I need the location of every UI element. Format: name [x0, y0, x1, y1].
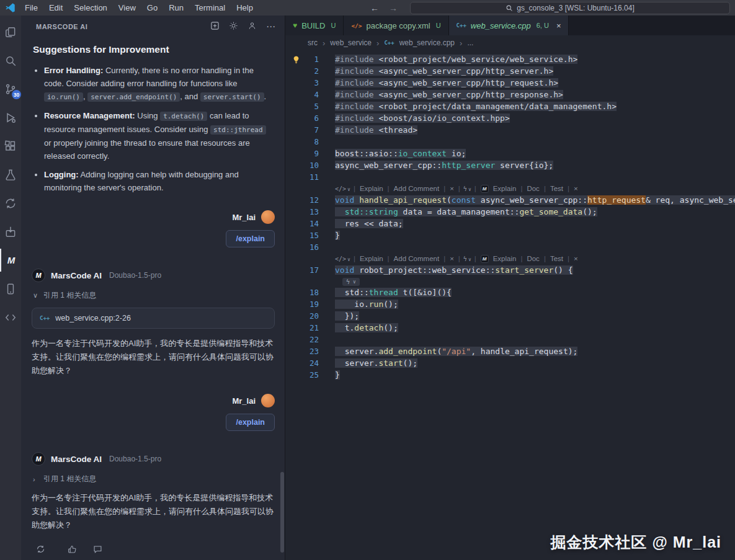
device-icon[interactable] [0, 277, 21, 300]
editor-group: ♥ BUILD U </> package copy.xml U C++ web… [285, 16, 735, 560]
menu-terminal[interactable]: Terminal [189, 2, 231, 14]
breadcrumb-web-service[interactable]: web_service [330, 38, 372, 47]
code-line[interactable]: 18 std::thread t([&io](){ [285, 287, 735, 298]
code-line[interactable]: 10async_web_server_cpp::http_server serv… [285, 159, 735, 171]
assistant-name: MarsCode AI [51, 271, 102, 280]
code-line[interactable]: 1#include <robot_project/web_service/web… [285, 53, 735, 65]
code-line[interactable]: 4#include <async_web_server_cpp/http_res… [285, 89, 735, 100]
code-actions-icon[interactable]: </>∨ [335, 256, 350, 262]
run-debug-icon[interactable] [0, 106, 21, 129]
reference-toggle[interactable]: ∨ 引用 1 相关信息 [33, 290, 275, 301]
cpp-file-icon: C++ [457, 22, 466, 29]
marscode-icon[interactable]: M [0, 249, 21, 272]
source-control-icon[interactable]: 30 [0, 78, 21, 100]
explain-command-chip[interactable]: /explain [226, 230, 275, 247]
search-icon[interactable] [0, 49, 21, 72]
command-search-box[interactable]: gs_console_3 [WSL: Ubuntu-16.04] [410, 2, 730, 14]
codelens-close-icon[interactable]: × [450, 185, 454, 192]
codelens-explain[interactable]: Explain [360, 255, 383, 262]
codelens-explain[interactable]: Explain [360, 185, 383, 192]
breadcrumb-file[interactable]: web_service.cpp [399, 38, 455, 47]
code-line[interactable]: 25} [285, 369, 735, 381]
codelens-test[interactable]: Test [550, 255, 563, 262]
code-line[interactable]: 16 [285, 241, 735, 253]
testing-icon[interactable] [0, 163, 21, 186]
settings-gear-icon[interactable] [229, 21, 238, 33]
ai-lightning-icon[interactable]: ϟ∨ [463, 256, 471, 262]
menu-selection[interactable]: Selection [68, 2, 112, 14]
code-line[interactable]: 19 io.run(); [285, 298, 735, 310]
codelens-add-comment[interactable]: Add Comment [394, 255, 440, 262]
codelens-doc[interactable]: Doc [527, 255, 539, 262]
code-line[interactable]: 6#include <boost/asio/io_context.hpp> [285, 112, 735, 124]
tab-build[interactable]: ♥ BUILD U [285, 16, 344, 35]
code-line[interactable]: 22 [285, 334, 735, 345]
codelens-explain[interactable]: Explain [493, 185, 517, 192]
codelens-doc[interactable]: Doc [527, 185, 539, 192]
codelens-test[interactable]: Test [550, 185, 563, 192]
sync-icon[interactable] [0, 192, 21, 215]
code-line[interactable]: 17void robot_project::web_service::start… [285, 264, 735, 276]
menu-go[interactable]: Go [141, 2, 163, 14]
git-status-badge: U [331, 22, 336, 29]
new-chat-icon[interactable] [210, 21, 220, 33]
tab-web-service-cpp[interactable]: C++ web_service.cpp 6, U × [449, 16, 569, 35]
code-line[interactable]: 7#include <thread> [285, 124, 735, 136]
breadcrumb-symbol[interactable]: ... [467, 38, 473, 47]
code-line[interactable]: 3#include <async_web_server_cpp/http_req… [285, 77, 735, 89]
codelens-close-icon[interactable]: × [574, 255, 578, 262]
code-line[interactable]: 12void handle_api_request(const async_we… [285, 194, 735, 206]
reference-toggle[interactable]: › 引用 1 相关信息 [33, 474, 275, 484]
codelens-add-comment[interactable]: Add Comment [394, 185, 440, 192]
code-line[interactable]: 5#include <robot_project/data_management… [285, 100, 735, 112]
back-arrow-icon[interactable]: ← [365, 3, 384, 13]
forward-arrow-icon[interactable]: → [384, 3, 403, 13]
code-line[interactable]: 23 server.add_endpoint("/api", handle_ap… [285, 345, 735, 357]
inline-ai-action-icon[interactable]: ϟ∨ [342, 278, 360, 286]
reference-file-card[interactable]: C++ web_service.cpp:2-26 [32, 308, 275, 329]
regenerate-icon[interactable] [36, 544, 45, 554]
tab-bar: ♥ BUILD U </> package copy.xml U C++ web… [285, 16, 735, 35]
breadcrumb-src[interactable]: src [308, 38, 318, 47]
account-icon[interactable] [247, 21, 257, 33]
menu-run[interactable]: Run [163, 2, 189, 14]
more-actions-icon[interactable]: ⋯ [266, 21, 276, 32]
code-line[interactable]: 15} [285, 229, 735, 241]
breadcrumb[interactable]: src › web_service › C++ web_service.cpp … [285, 35, 735, 50]
close-icon[interactable]: × [556, 21, 561, 30]
like-icon[interactable] [68, 544, 77, 554]
ai-lightning-icon[interactable]: ϟ∨ [463, 185, 471, 192]
code-line[interactable]: 9boost::asio::io_context io; [285, 148, 735, 159]
tab-package-copy-xml[interactable]: </> package copy.xml U [344, 16, 448, 35]
code-line[interactable]: 11 [285, 171, 735, 183]
vscode-window: File Edit Selection View Go Run Terminal… [0, 0, 735, 560]
code-actions-icon[interactable]: </>∨ [335, 185, 350, 192]
feedback-icon[interactable] [93, 544, 102, 554]
extensions-icon[interactable] [0, 135, 21, 158]
menu-file[interactable]: File [19, 2, 43, 14]
code-line[interactable]: 20 }); [285, 310, 735, 322]
explorer-icon[interactable] [0, 20, 21, 43]
code-line[interactable]: 2#include <async_web_server_cpp/http_ser… [285, 65, 735, 77]
explain-command-chip[interactable]: /explain [226, 414, 275, 431]
code-line[interactable]: 21 t.detach(); [285, 322, 735, 334]
code-line[interactable]: 13 std::string data = data_management::g… [285, 206, 735, 218]
lightbulb-icon[interactable] [292, 55, 301, 64]
user-avatar [261, 394, 275, 407]
remote-code-icon[interactable] [0, 306, 21, 329]
codelens-explain[interactable]: Explain [493, 255, 517, 262]
menu-view[interactable]: View [113, 2, 141, 14]
suggestion-item: Error Handling: Currently, there is no e… [44, 64, 275, 104]
code-line[interactable]: 24 server.start(); [285, 357, 735, 369]
user-message-header: Mr_lai [32, 394, 275, 407]
sidebar-scrollbar[interactable] [280, 472, 284, 553]
code-editor[interactable]: 1#include <robot_project/web_service/web… [285, 50, 735, 560]
menu-help[interactable]: Help [231, 2, 259, 14]
package-icon[interactable] [0, 220, 21, 243]
codelens-close-icon[interactable]: × [574, 185, 578, 192]
codelens-close-icon[interactable]: × [450, 255, 454, 262]
code-line[interactable]: 14 res << data; [285, 218, 735, 229]
code-line[interactable]: 8 [285, 136, 735, 148]
codelens-row: </>∨|Explain|Add Comment|×|ϟ∨|MExplain|D… [285, 253, 735, 264]
menu-edit[interactable]: Edit [43, 2, 68, 14]
